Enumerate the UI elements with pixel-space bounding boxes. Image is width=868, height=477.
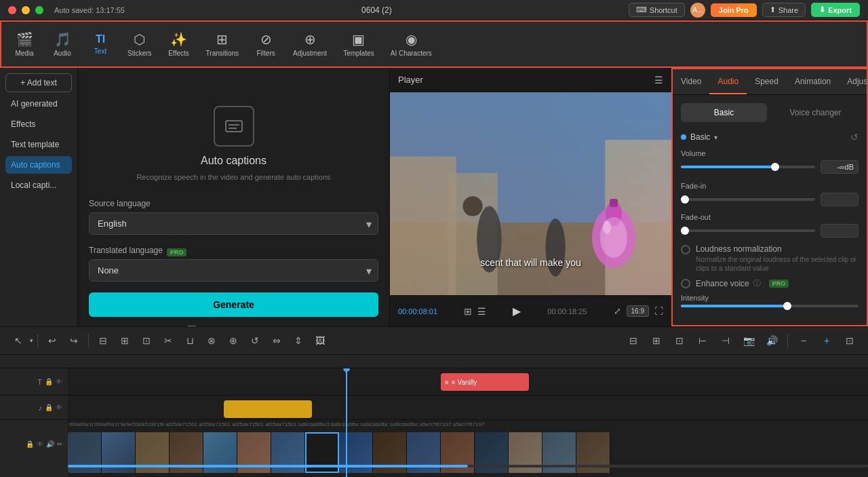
fade-out-slider-track[interactable] <box>681 229 815 232</box>
timeline-scrollbar-thumb[interactable] <box>68 465 468 468</box>
crop-button[interactable]: ⊕ <box>223 330 243 351</box>
tab-adjustment[interactable]: Adjustmer <box>839 69 867 94</box>
close-button[interactable] <box>8 6 16 14</box>
unlink-tracks-button[interactable]: ⊞ <box>646 330 667 351</box>
toolbar-stickers[interactable]: ⬡ Stickers <box>121 27 159 61</box>
effects-button[interactable]: Effects <box>5 115 72 133</box>
loudness-normalization-row: Loudness normalization Normalize the ori… <box>681 244 859 273</box>
delete-button[interactable]: ⊗ <box>201 330 222 351</box>
ai-generated-button[interactable]: AI generated <box>5 95 72 113</box>
ratio-button[interactable]: 16:9 <box>627 305 649 317</box>
fade-in-slider-track[interactable] <box>681 198 815 201</box>
fade-in-slider-thumb[interactable] <box>681 195 689 204</box>
toolbar-audio[interactable]: 🎵 Audio <box>45 27 80 61</box>
volume-slider-track[interactable] <box>681 166 815 168</box>
audio-lock-icon[interactable]: 🔒 <box>45 404 53 411</box>
tab-speed[interactable]: Speed <box>747 69 787 94</box>
image-button[interactable]: 🖼 <box>310 330 330 351</box>
loudness-checkbox[interactable] <box>681 245 690 254</box>
trim-button[interactable]: ⊡ <box>136 330 157 351</box>
toolbar-filters[interactable]: ⊘ Filters <box>248 27 283 61</box>
player-menu-icon[interactable]: ☰ <box>654 75 663 85</box>
select-dropdown[interactable]: ▾ <box>30 337 33 344</box>
copy-button[interactable]: ⊔ <box>180 330 200 351</box>
volume-slider-thumb[interactable] <box>771 163 779 171</box>
minimize-button[interactable] <box>22 6 30 14</box>
plus-zoom-button[interactable]: + <box>816 330 837 351</box>
fade-out-slider-thumb[interactable] <box>681 227 689 235</box>
text-icon: TI <box>96 33 105 45</box>
toolbar-text[interactable]: TI Text <box>83 29 118 59</box>
fit-timeline-button[interactable]: ⊡ <box>840 330 860 351</box>
toolbar-templates[interactable]: ▣ Templates <box>336 27 381 61</box>
captions-description: Recognize speech in the video and genera… <box>136 172 330 183</box>
shortcut-button[interactable]: ⌨ Shortcut <box>629 3 685 17</box>
merge-button[interactable]: ⊡ <box>669 330 690 351</box>
share-button[interactable]: ⬆ Share <box>762 3 806 17</box>
video-eye-icon[interactable]: 👁 <box>37 440 43 448</box>
user-avatar[interactable]: A... <box>690 3 705 18</box>
video-lock-icon[interactable]: 🔒 <box>26 440 34 448</box>
effects-label: Effects <box>168 50 189 57</box>
playlist-icon[interactable]: ☰ <box>477 306 486 317</box>
edit-icon[interactable]: ✏ <box>57 440 62 448</box>
audio-volume-icon[interactable]: 🔊 <box>46 440 54 448</box>
vanilly-clip[interactable]: ≡ ≡ Vanilly <box>441 373 529 391</box>
group-button[interactable]: ⊢ <box>692 330 713 351</box>
toolbar-media[interactable]: 🎬 Media <box>7 27 42 61</box>
toolbar-effects[interactable]: ✨ Effects <box>161 27 197 61</box>
fit-screen-icon[interactable]: ⤢ <box>614 306 621 316</box>
flip-h-button[interactable]: ⇔ <box>267 330 287 351</box>
select-tool[interactable]: ↖ <box>8 330 28 351</box>
toolbar-adjustment[interactable]: ⊕ Adjustment <box>286 27 334 61</box>
maximize-button[interactable] <box>35 6 43 14</box>
undo-button[interactable]: ↩ <box>42 330 62 351</box>
split-button[interactable]: ⊞ <box>115 330 135 351</box>
minus-zoom-button[interactable]: − <box>793 330 814 351</box>
grid-view-icon[interactable]: ⊞ <box>464 306 472 317</box>
tab-animation[interactable]: Animation <box>787 69 839 94</box>
svg-point-15 <box>603 221 611 234</box>
split-audio-button[interactable]: ⊟ <box>93 330 113 351</box>
voice-changer-toggle[interactable]: Voice changer <box>772 103 859 122</box>
rotate-button[interactable]: ↺ <box>245 330 265 351</box>
basic-section-title: Basic ▾ <box>681 132 717 142</box>
volume-value-input[interactable]: -∞dB <box>821 160 859 174</box>
intensity-slider-track[interactable] <box>681 305 859 307</box>
generate-button[interactable]: Generate <box>89 292 378 317</box>
flip-v-button[interactable]: ⇕ <box>288 330 309 351</box>
local-captions-button[interactable]: Local capti... <box>5 176 72 194</box>
play-button[interactable]: ▶ <box>513 305 521 318</box>
translated-language-select[interactable]: None <box>89 259 378 282</box>
toolbar-ai-characters[interactable]: ◉ AI Characters <box>384 27 439 61</box>
join-pro-button[interactable]: Join Pro <box>711 3 757 17</box>
fullscreen-icon[interactable]: ⛶ <box>654 306 663 316</box>
snapshot-button[interactable]: 📷 <box>738 330 759 351</box>
fade-out-value-input[interactable]: 0.0s <box>821 224 859 237</box>
tab-video[interactable]: Video <box>673 69 709 94</box>
fade-in-value-input[interactable]: 0.0s <box>821 193 859 206</box>
basic-toggle[interactable]: Basic <box>681 103 767 122</box>
text-template-button[interactable]: Text template <box>5 136 72 153</box>
enhance-voice-checkbox[interactable] <box>681 279 690 288</box>
time-current: 00:00:08:01 <box>398 307 437 316</box>
effects-icon: ✨ <box>170 31 187 47</box>
source-language-select[interactable]: English <box>89 212 378 235</box>
audio-eye-icon[interactable]: 👁 <box>56 404 62 411</box>
audio-detach-button[interactable]: 🔊 <box>762 330 782 351</box>
add-text-button[interactable]: + Add text <box>5 73 72 92</box>
redo-button[interactable]: ↪ <box>64 330 84 351</box>
toolbar-transitions[interactable]: ⊞ Transitions <box>199 27 246 61</box>
ungroup-button[interactable]: ⊣ <box>715 330 736 351</box>
cut-button[interactable]: ✂ <box>158 330 178 351</box>
export-button[interactable]: ⬇ Export <box>811 3 860 17</box>
playhead[interactable] <box>346 368 347 477</box>
auto-captions-button[interactable]: Auto captions <box>5 156 72 174</box>
tab-audio[interactable]: Audio <box>709 69 747 94</box>
intensity-slider-thumb[interactable] <box>783 302 791 310</box>
text-eye-icon[interactable]: 👁 <box>56 378 62 385</box>
reset-icon[interactable]: ↺ <box>850 132 859 142</box>
text-lock-icon[interactable]: 🔒 <box>45 378 53 385</box>
audio-clip-1[interactable] <box>224 400 312 418</box>
link-tracks-button[interactable]: ⊟ <box>623 330 644 351</box>
